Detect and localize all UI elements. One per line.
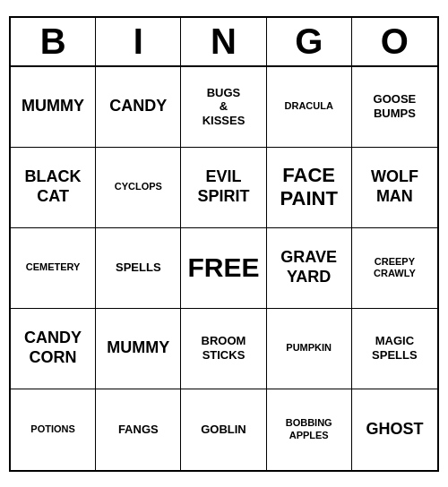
header-letter: I	[96, 18, 181, 65]
header-letter: G	[267, 18, 352, 65]
bingo-card: BINGO MUMMYCANDYBUGS&KISSESDRACULAGOOSEB…	[9, 16, 439, 472]
bingo-cell: GHOST	[352, 389, 437, 470]
bingo-cell: MUMMY	[96, 309, 181, 389]
bingo-cell: WOLFMAN	[352, 148, 437, 228]
bingo-cell: GRAVEYARD	[267, 228, 352, 309]
bingo-cell: FANGS	[96, 389, 181, 470]
cell-text: CREEPYCRAWLY	[374, 256, 416, 279]
cell-text: FACEPAINT	[280, 164, 338, 211]
cell-text: CYCLOPS	[115, 181, 162, 192]
cell-text: FREE	[187, 252, 259, 284]
bingo-cell: CEMETERY	[11, 228, 96, 309]
bingo-cell: DRACULA	[267, 67, 352, 148]
cell-text: FANGS	[118, 423, 159, 437]
bingo-cell: GOOSEBUMPS	[352, 67, 437, 148]
bingo-cell: PUMPKIN	[267, 309, 352, 389]
bingo-cell: BLACKCAT	[11, 148, 96, 228]
cell-text: SPELLS	[116, 261, 161, 275]
bingo-cell: CANDYCORN	[11, 309, 96, 389]
cell-text: BOBBINGAPPLES	[286, 417, 332, 440]
cell-text: POTIONS	[30, 423, 75, 435]
cell-text: CANDY	[109, 97, 167, 116]
bingo-cell: CREEPYCRAWLY	[352, 228, 437, 309]
bingo-cell: GOBLIN	[181, 389, 266, 470]
bingo-cell: MUMMY	[11, 67, 96, 148]
bingo-grid: MUMMYCANDYBUGS&KISSESDRACULAGOOSEBUMPSBL…	[11, 67, 437, 470]
cell-text: PUMPKIN	[286, 342, 332, 354]
cell-text: EVILSPIRIT	[197, 167, 249, 206]
cell-text: BROOMSTICKS	[202, 334, 246, 362]
cell-text: MAGICSPELLS	[372, 334, 418, 362]
cell-text: MUMMY	[107, 338, 169, 358]
cell-text: BUGS&KISSES	[202, 86, 246, 128]
bingo-cell: SPELLS	[96, 228, 181, 309]
bingo-cell: BUGS&KISSES	[181, 67, 266, 148]
bingo-cell: BROOMSTICKS	[181, 309, 266, 389]
bingo-cell: BOBBINGAPPLES	[267, 389, 352, 470]
bingo-cell: POTIONS	[11, 389, 96, 470]
cell-text: GRAVEYARD	[280, 248, 337, 286]
cell-text: BLACKCAT	[25, 167, 82, 206]
bingo-cell: FACEPAINT	[267, 148, 352, 228]
header-letter: N	[181, 18, 266, 65]
bingo-header: BINGO	[11, 18, 437, 67]
header-letter: O	[352, 18, 437, 65]
bingo-cell: CYCLOPS	[96, 148, 181, 228]
cell-text: CEMETERY	[26, 261, 81, 273]
cell-text: CANDYCORN	[24, 329, 82, 367]
cell-text: GHOST	[366, 420, 423, 440]
bingo-cell: CANDY	[96, 67, 181, 148]
cell-text: GOOSEBUMPS	[374, 92, 417, 120]
bingo-cell: FREE	[181, 228, 266, 309]
cell-text: DRACULA	[285, 100, 333, 112]
bingo-cell: MAGICSPELLS	[352, 309, 437, 389]
cell-text: GOBLIN	[201, 423, 246, 437]
cell-text: WOLFMAN	[371, 167, 418, 206]
cell-text: MUMMY	[22, 97, 84, 116]
bingo-cell: EVILSPIRIT	[181, 148, 266, 228]
header-letter: B	[11, 18, 96, 65]
